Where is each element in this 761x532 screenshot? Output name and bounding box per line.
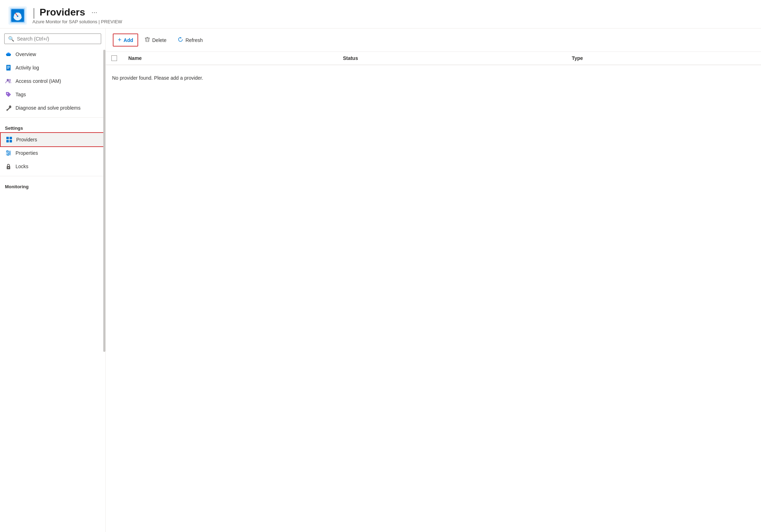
svg-rect-17: [7, 68, 9, 69]
sidebar-item-activity-log[interactable]: Activity log: [0, 61, 105, 74]
search-icon: 🔍: [8, 36, 14, 42]
sidebar-item-tags-label: Tags: [16, 92, 26, 97]
svg-point-29: [9, 152, 10, 154]
refresh-button-label: Refresh: [185, 37, 203, 43]
svg-point-20: [7, 93, 8, 94]
add-button[interactable]: + Add: [113, 33, 138, 47]
sidebar: 🔍 Overview: [0, 29, 106, 532]
svg-point-33: [8, 167, 9, 168]
header-text: | Providers ··· Azure Monitor for SAP so…: [32, 6, 122, 24]
sidebar-item-diagnose[interactable]: Diagnose and solve problems: [0, 101, 105, 115]
sidebar-item-activity-log-label: Activity log: [16, 65, 39, 71]
header-title-row: | Providers ···: [32, 6, 122, 18]
toolbar: + Add Delete: [106, 29, 761, 52]
sidebar-scrollbar[interactable]: [103, 50, 105, 352]
svg-rect-23: [10, 137, 12, 139]
search-input[interactable]: [17, 36, 97, 42]
monitoring-divider: [0, 176, 105, 176]
providers-icon: [6, 136, 13, 143]
doc-icon: [5, 64, 12, 71]
sidebar-item-providers-label: Providers: [16, 137, 37, 142]
sidebar-item-locks[interactable]: Locks: [0, 160, 105, 173]
sidebar-item-access-control[interactable]: Access control (IAM): [0, 74, 105, 88]
providers-table: Name Status Type No provider found. Plea…: [106, 52, 761, 91]
svg-point-18: [7, 79, 9, 81]
sidebar-item-properties[interactable]: Properties: [0, 146, 105, 160]
table-header-name[interactable]: Name: [123, 52, 337, 65]
header: | Providers ··· Azure Monitor for SAP so…: [0, 0, 761, 29]
monitoring-section-header: Monitoring: [0, 179, 105, 191]
svg-point-27: [7, 151, 8, 152]
main-container: 🔍 Overview: [0, 29, 761, 532]
table-header-status[interactable]: Status: [337, 52, 566, 65]
table-header-row: Name Status Type: [106, 52, 761, 65]
svg-rect-15: [7, 66, 10, 67]
azure-monitor-logo: [8, 6, 27, 25]
header-pipe: |: [32, 7, 35, 18]
tag-icon: [5, 91, 12, 98]
trash-icon: [145, 37, 150, 43]
table-container: Name Status Type No provider found. Plea…: [106, 52, 761, 532]
person-icon: [5, 78, 12, 85]
sidebar-item-overview-label: Overview: [16, 51, 36, 57]
empty-state-message: No provider found. Please add a provider…: [106, 65, 761, 91]
svg-rect-13: [7, 54, 10, 56]
refresh-button[interactable]: Refresh: [173, 34, 208, 46]
settings-section-header: Settings: [0, 121, 105, 133]
wrench-icon: [5, 104, 12, 111]
sidebar-item-locks-label: Locks: [16, 164, 29, 169]
svg-rect-14: [6, 65, 11, 71]
table-header-checkbox: [106, 52, 123, 65]
delete-button[interactable]: Delete: [140, 34, 171, 46]
svg-point-19: [9, 79, 11, 81]
sidebar-item-properties-label: Properties: [16, 150, 38, 156]
sidebar-item-tags[interactable]: Tags: [0, 88, 105, 101]
content-pane: + Add Delete: [106, 29, 761, 532]
lock-icon: [5, 163, 12, 170]
svg-rect-25: [10, 140, 12, 142]
svg-rect-22: [6, 137, 9, 139]
sidebar-item-diagnose-label: Diagnose and solve problems: [16, 105, 80, 111]
search-box[interactable]: 🔍: [4, 33, 101, 44]
delete-button-label: Delete: [152, 37, 166, 43]
svg-rect-24: [6, 140, 9, 142]
page-title: Providers: [39, 6, 85, 18]
sliders-icon: [5, 149, 12, 157]
svg-point-6: [17, 16, 18, 17]
svg-rect-16: [7, 67, 10, 68]
sidebar-item-overview[interactable]: Overview: [0, 48, 105, 61]
table-empty-row: No provider found. Please add a provider…: [106, 65, 761, 91]
sidebar-item-iam-label: Access control (IAM): [16, 78, 61, 84]
plus-icon: +: [118, 36, 122, 44]
table-header-type[interactable]: Type: [566, 52, 761, 65]
more-options-button[interactable]: ···: [89, 7, 99, 17]
refresh-icon: [178, 37, 183, 43]
svg-point-31: [7, 154, 9, 155]
cloud-icon: [5, 51, 12, 58]
settings-divider: [0, 117, 105, 118]
add-button-label: Add: [124, 37, 133, 43]
app-container: | Providers ··· Azure Monitor for SAP so…: [0, 0, 761, 532]
sidebar-item-providers[interactable]: Providers: [1, 133, 105, 146]
header-subtitle: Azure Monitor for SAP solutions | PREVIE…: [32, 19, 122, 24]
select-all-checkbox[interactable]: [111, 55, 117, 61]
svg-point-21: [7, 109, 8, 110]
